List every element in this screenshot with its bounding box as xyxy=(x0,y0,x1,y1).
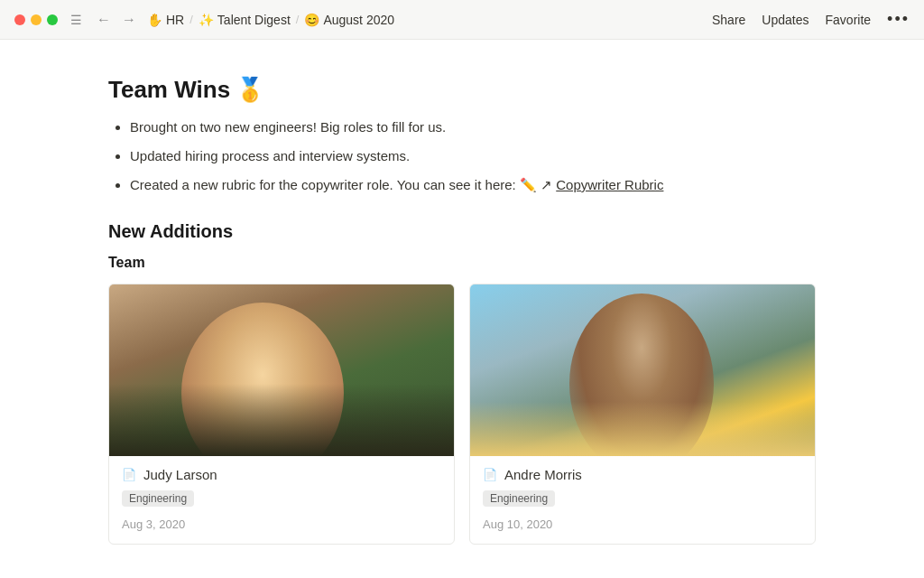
breadcrumb-talent[interactable]: ✨ Talent Digest xyxy=(199,13,291,27)
close-button[interactable] xyxy=(14,14,25,25)
list-item: Created a new rubric for the copywriter … xyxy=(130,174,816,196)
card-date-judy: Aug 3, 2020 xyxy=(122,517,441,531)
month-emoji: 😊 xyxy=(304,13,319,27)
people-cards-grid: 📄 Judy Larson Engineering Aug 3, 2020 📄 … xyxy=(108,284,816,545)
breadcrumb-month[interactable]: 😊 August 2020 xyxy=(304,13,394,27)
doc-icon-andre: 📄 xyxy=(483,468,497,481)
team-wins-list: Brought on two new engineers! Big roles … xyxy=(108,117,816,196)
sidebar-toggle-icon[interactable]: ☰ xyxy=(70,13,82,27)
list-item: Updated hiring process and interview sys… xyxy=(130,145,816,167)
minimize-button[interactable] xyxy=(31,14,42,25)
card-name-row-andre: 📄 Andre Morris xyxy=(483,467,802,482)
person-card-andre[interactable]: 📄 Andre Morris Engineering Aug 10, 2020 xyxy=(469,284,816,545)
person-card-judy[interactable]: 📄 Judy Larson Engineering Aug 3, 2020 xyxy=(108,284,455,545)
link-emoji: ✏️ ↗ xyxy=(520,177,556,192)
talent-label: Talent Digest xyxy=(217,13,291,27)
card-name-andre: Andre Morris xyxy=(504,467,582,482)
breadcrumb-sep-1: / xyxy=(189,13,193,26)
talent-emoji: ✨ xyxy=(199,13,214,27)
breadcrumb-sep-2: / xyxy=(296,13,300,26)
card-dept-andre: Engineering xyxy=(483,490,555,507)
updates-button[interactable]: Updates xyxy=(762,13,808,27)
nav-arrows: ← → xyxy=(93,10,140,30)
share-button[interactable]: Share xyxy=(712,13,745,27)
card-name-row-judy: 📄 Judy Larson xyxy=(122,467,441,482)
main-content: Team Wins 🥇 Brought on two new engineers… xyxy=(0,40,924,578)
titlebar-right: Share Updates Favorite ••• xyxy=(712,10,910,29)
copywriter-rubric-link[interactable]: Copywriter Rubric xyxy=(556,177,663,192)
breadcrumb: ✋ HR / ✨ Talent Digest / 😊 August 2020 xyxy=(147,13,394,27)
person-image-judy xyxy=(109,284,454,456)
team-label: Team xyxy=(108,255,816,271)
team-wins-emoji: 🥇 xyxy=(236,76,264,104)
back-button[interactable]: ← xyxy=(93,10,115,30)
team-wins-title: Team Wins 🥇 xyxy=(108,76,816,104)
titlebar: ☰ ← → ✋ HR / ✨ Talent Digest / 😊 August … xyxy=(0,0,924,40)
card-body-judy: 📄 Judy Larson Engineering Aug 3, 2020 xyxy=(109,456,454,544)
person-image-andre xyxy=(470,284,815,456)
traffic-lights xyxy=(14,14,58,25)
new-additions-title: New Additions xyxy=(108,221,816,242)
maximize-button[interactable] xyxy=(47,14,58,25)
hr-label: HR xyxy=(166,13,184,27)
more-options-button[interactable]: ••• xyxy=(887,10,910,29)
doc-icon-judy: 📄 xyxy=(122,468,136,481)
forward-button[interactable]: → xyxy=(118,10,140,30)
card-name-judy: Judy Larson xyxy=(143,467,217,482)
list-item: Brought on two new engineers! Big roles … xyxy=(130,117,816,138)
breadcrumb-hr[interactable]: ✋ HR xyxy=(147,13,184,27)
titlebar-left: ☰ ← → ✋ HR / ✨ Talent Digest / 😊 August … xyxy=(14,10,394,30)
card-dept-judy: Engineering xyxy=(122,490,194,507)
team-wins-label: Team Wins xyxy=(108,76,230,104)
card-body-andre: 📄 Andre Morris Engineering Aug 10, 2020 xyxy=(470,456,815,544)
month-label: August 2020 xyxy=(323,13,394,27)
hr-emoji: ✋ xyxy=(147,13,162,27)
card-date-andre: Aug 10, 2020 xyxy=(483,517,802,531)
favorite-button[interactable]: Favorite xyxy=(826,13,872,27)
